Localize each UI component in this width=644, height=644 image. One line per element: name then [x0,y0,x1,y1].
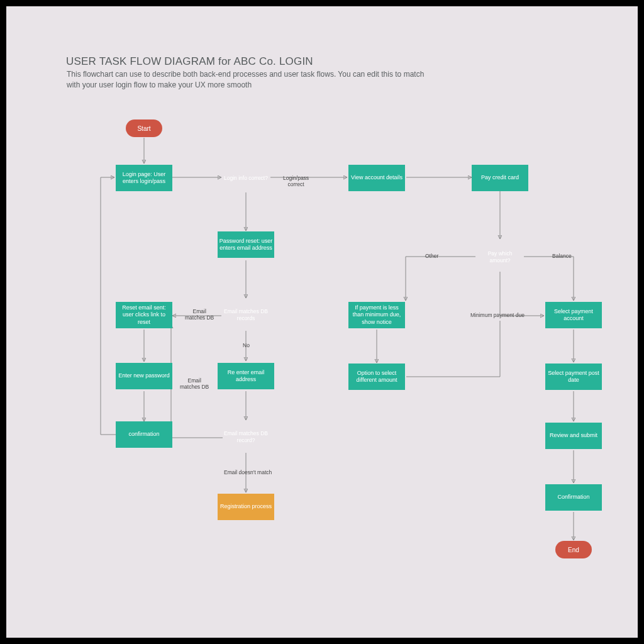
page-subtitle: This flowchart can use to describe both … [67,69,469,91]
node-select-account: Select payment account [545,302,602,328]
node-review-submit: Review and submit [545,423,602,449]
label-other: Other [425,253,438,259]
label-email-matches-db-2: Email matches DB [180,377,209,390]
node-confirmation-1: confirmation [116,421,172,448]
flow-connectors [6,6,638,638]
node-less-than-min: If payment is less than minimum due, sho… [348,302,405,328]
label-balance: Balance [552,253,572,259]
node-reset-email-sent: Reset email sent: user clicks link to re… [116,302,172,328]
label-no: No [243,342,250,348]
node-confirmation-2: Confirmation [545,484,602,511]
node-select-post-date: Select payment post date [545,364,602,390]
node-pay-which-amount: Pay which amount? [472,239,528,275]
page-title: USER TASK FLOW DIAGRAM for ABC Co. LOGIN [66,55,313,68]
node-option-diff-amount: Option to select different amount [348,364,405,390]
node-pay-cc: Pay credit card [472,165,528,191]
node-start: Start [126,119,162,137]
node-enter-new-password: Enter new password [116,363,172,389]
node-reenter-email: Re enter email address [218,363,274,389]
node-view-account: View account details [348,165,405,191]
label-min-payment-due: Minimum payment due [470,312,525,318]
label-email-matches-db: Email matches DB [185,308,214,321]
node-login-page: Login page: User enters login/pass [116,165,172,191]
node-email-matches-db: Email matches DB records [218,297,274,333]
label-login-pass-correct: Login/pass correct [283,175,309,187]
node-end: End [555,541,592,558]
node-password-reset: Password reset: user enters email addres… [218,231,274,258]
node-registration: Registration process [218,494,274,520]
node-email-matches-db-2: Email matches DB record? [218,419,274,455]
node-login-info-correct: Login info correct? [218,160,274,196]
label-email-doesnt-match: Email doesn't match [224,469,272,475]
